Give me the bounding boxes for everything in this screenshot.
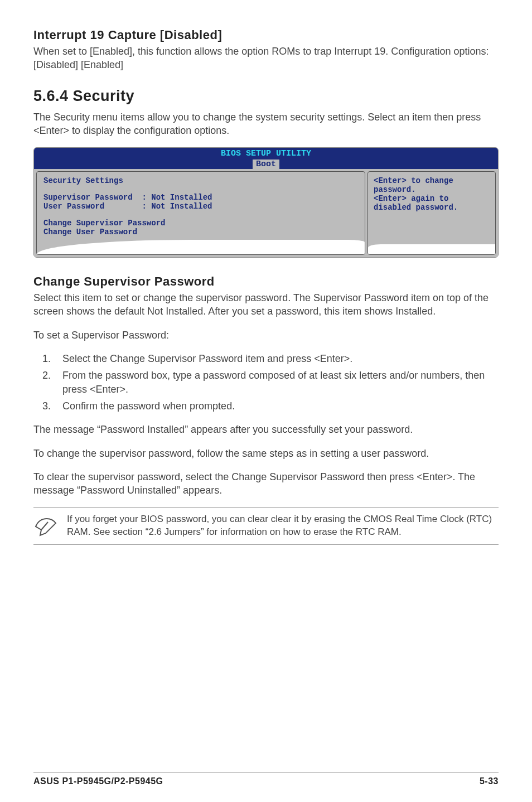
step-1: Select the Change Supervisor Password it… — [54, 352, 499, 365]
heading-security: 5.6.4 Security — [33, 88, 499, 105]
spacer — [43, 185, 358, 193]
bios-help-1: <Enter> to change — [374, 176, 490, 185]
steps-list: Select the Change Supervisor Password it… — [54, 352, 499, 413]
footer-left: ASUS P1-P5945G/P2-P5945G — [33, 776, 163, 786]
heading-interrupt: Interrupt 19 Capture [Disabled] — [33, 28, 499, 42]
bios-header: BIOS SETUP UTILITY Boot — [34, 148, 498, 169]
footer-right: 5-33 — [480, 776, 499, 786]
bios-change-user: Change User Password — [43, 228, 358, 236]
note-block: If you forget your BIOS password, you ca… — [33, 507, 499, 545]
bios-help-2: password. — [374, 185, 490, 194]
bios-page-curve — [37, 240, 365, 254]
body-interrupt: When set to [Enabled], this function all… — [33, 45, 499, 72]
bios-title: BIOS SETUP UTILITY — [34, 149, 498, 158]
bios-right-panel: <Enter> to change password. <Enter> agai… — [367, 171, 496, 255]
p-supervisor-2: To set a Supervisor Password: — [33, 328, 499, 342]
bios-supervisor-row: Supervisor Password : Not Installed — [43, 193, 358, 202]
bios-user-row: User Password : Not Installed — [43, 202, 358, 211]
page-footer: ASUS P1-P5945G/P2-P5945G 5-33 — [33, 772, 499, 786]
bios-page-curve-r — [368, 244, 495, 254]
p-supervisor-3: The message “Password Installed” appears… — [33, 423, 499, 436]
bios-help-3: <Enter> again to — [374, 194, 490, 203]
p-supervisor-4: To change the supervisor password, follo… — [33, 447, 499, 460]
p-supervisor-5: To clear the supervisor password, select… — [33, 470, 499, 497]
note-icon-wrap — [33, 513, 58, 538]
spacer — [43, 211, 358, 219]
heading-change-supervisor: Change Supervisor Password — [33, 274, 499, 289]
body-security-intro: The Security menu items allow you to cha… — [33, 110, 499, 138]
bios-security-settings: Security Settings — [43, 176, 358, 185]
note-text: If you forget your BIOS password, you ca… — [67, 513, 499, 539]
bios-tab-boot: Boot — [253, 160, 279, 169]
step-3: Confirm the password when prompted. — [54, 399, 499, 413]
bios-screenshot: BIOS SETUP UTILITY Boot Security Setting… — [33, 147, 499, 258]
bios-change-supervisor: Change Supervisor Password — [43, 219, 358, 228]
bios-left-panel: Security Settings Supervisor Password : … — [36, 171, 365, 255]
step-2: From the password box, type a password c… — [54, 369, 499, 396]
bios-help-4: disabled password. — [374, 203, 490, 212]
svg-line-0 — [41, 522, 48, 530]
p-supervisor-1: Select this item to set or change the su… — [33, 291, 499, 318]
bios-body: Security Settings Supervisor Password : … — [34, 169, 498, 257]
pencil-note-icon — [33, 515, 58, 538]
